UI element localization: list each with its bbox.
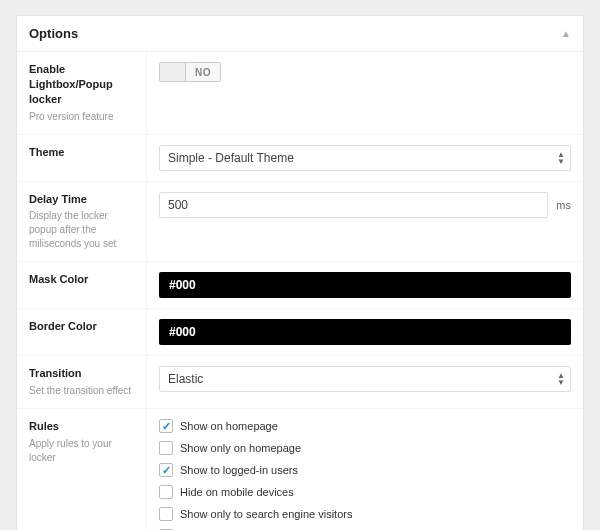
- rule-label: Hide on mobile devices: [180, 486, 294, 498]
- rule-row[interactable]: Show only to search engine visitors: [159, 507, 571, 521]
- rule-checkbox[interactable]: [159, 507, 173, 521]
- border-color-input[interactable]: [159, 319, 571, 345]
- delay-input[interactable]: [159, 192, 548, 218]
- row-enable: Enable Lightbox/Popup locker Pro version…: [17, 52, 583, 135]
- rule-checkbox[interactable]: [159, 419, 173, 433]
- row-delay: Delay Time Display the locker popup afte…: [17, 182, 583, 263]
- label-transition: Transition: [29, 366, 136, 381]
- row-rules: Rules Apply rules to your locker Show on…: [17, 409, 583, 530]
- rule-checkbox[interactable]: [159, 485, 173, 499]
- hint-rules: Apply rules to your locker: [29, 437, 136, 465]
- rules-checklist: Show on homepageShow only on homepageSho…: [159, 419, 571, 530]
- rule-row[interactable]: Show on homepage: [159, 419, 571, 433]
- label-theme: Theme: [29, 145, 136, 160]
- transition-select[interactable]: [159, 366, 571, 392]
- theme-select[interactable]: [159, 145, 571, 171]
- rule-checkbox[interactable]: [159, 441, 173, 455]
- rule-label: Show only on homepage: [180, 442, 301, 454]
- enable-toggle[interactable]: NO: [159, 62, 221, 82]
- label-rules: Rules: [29, 419, 136, 434]
- label-enable: Enable Lightbox/Popup locker: [29, 62, 136, 107]
- panel-title: Options: [29, 26, 78, 41]
- hint-enable: Pro version feature: [29, 110, 136, 124]
- collapse-toggle-icon[interactable]: ▲: [561, 28, 571, 39]
- hint-delay: Display the locker popup after the milis…: [29, 209, 136, 251]
- mask-color-input[interactable]: [159, 272, 571, 298]
- row-border-color: Border Color: [17, 309, 583, 356]
- rule-label: Show on homepage: [180, 420, 278, 432]
- label-mask-color: Mask Color: [29, 272, 136, 287]
- rule-label: Show only to search engine visitors: [180, 508, 352, 520]
- delay-unit: ms: [556, 199, 571, 211]
- toggle-state: NO: [186, 63, 220, 81]
- panel-header: Options ▲: [17, 16, 583, 52]
- toggle-knob: [160, 63, 186, 81]
- options-panel: Options ▲ Enable Lightbox/Popup locker P…: [16, 15, 584, 530]
- row-transition: Transition Set the transition effect ▲▼: [17, 356, 583, 409]
- theme-select-wrap: ▲▼: [159, 145, 571, 171]
- label-delay: Delay Time: [29, 192, 136, 207]
- row-theme: Theme ▲▼: [17, 135, 583, 182]
- rule-label: Show to logged-in users: [180, 464, 298, 476]
- rule-row[interactable]: Show to logged-in users: [159, 463, 571, 477]
- hint-transition: Set the transition effect: [29, 384, 136, 398]
- rule-checkbox[interactable]: [159, 463, 173, 477]
- transition-select-wrap: ▲▼: [159, 366, 571, 392]
- rule-row[interactable]: Hide on mobile devices: [159, 485, 571, 499]
- label-border-color: Border Color: [29, 319, 136, 334]
- rule-row[interactable]: Show only on homepage: [159, 441, 571, 455]
- row-mask-color: Mask Color: [17, 262, 583, 309]
